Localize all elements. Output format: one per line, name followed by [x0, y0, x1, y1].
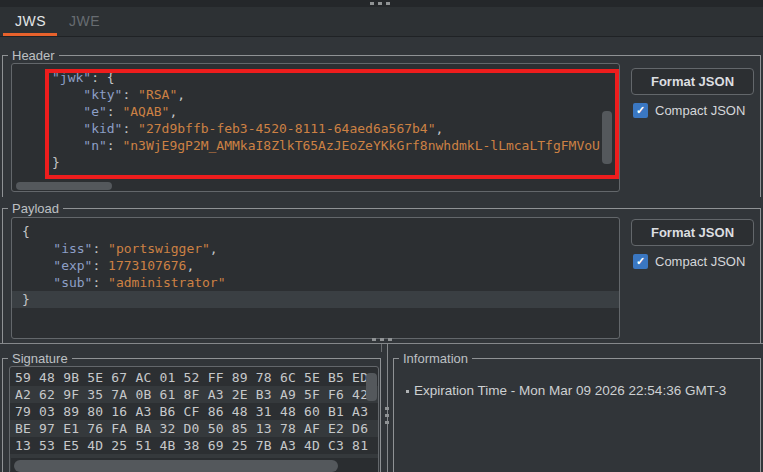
signature-group: Signature 59 48 9B 5E 67 AC 01 52 FF 89 … [2, 358, 381, 472]
checkbox-check-icon[interactable] [633, 103, 648, 118]
payload-json-code[interactable]: { "iss": "portswigger", "exp": 177310767… [12, 218, 619, 308]
payload-group: Payload { "iss": "portswigger", "exp": 1… [2, 208, 761, 343]
signature-vertical-scrollbar-thumb[interactable] [366, 373, 377, 401]
vertical-splitter-handle-icon[interactable] [385, 407, 389, 424]
signature-horizontal-scrollbar-thumb[interactable] [14, 460, 338, 472]
horizontal-splitter-handle-icon[interactable] [372, 338, 392, 341]
signature-group-label: Signature [8, 351, 72, 366]
header-vertical-scrollbar-thumb[interactable] [602, 111, 612, 164]
format-json-button-header[interactable]: Format JSON [631, 68, 754, 95]
compact-json-label: Compact JSON [655, 254, 745, 269]
signature-hex-editor[interactable]: 59 48 9B 5E 67 AC 01 52 FF 89 78 6C 5E B… [9, 366, 379, 472]
tab-jwe[interactable]: JWE [69, 13, 100, 29]
header-editor[interactable]: "jwk": { "kty": "RSA", "e": "AQAB", "kid… [11, 63, 620, 192]
bullet-icon [406, 390, 409, 393]
tab-bar: JWS JWE [0, 7, 763, 37]
payload-editor[interactable]: { "iss": "portswigger", "exp": 177310767… [11, 217, 620, 339]
splitter-tick [381, 344, 382, 352]
expiration-time-info: Expiration Time - Mon Mar 09 2026 22:54:… [414, 383, 726, 398]
active-tab-underline [3, 33, 57, 36]
signature-hex-rows[interactable]: 59 48 9B 5E 67 AC 01 52 FF 89 78 6C 5E B… [10, 367, 378, 471]
tab-jws[interactable]: JWS [15, 13, 46, 29]
header-json-code[interactable]: "jwk": { "kty": "RSA", "e": "AQAB", "kid… [12, 64, 619, 171]
header-group: Header "jwk": { "kty": "RSA", "e": "AQAB… [2, 55, 761, 197]
compact-json-checkbox-header[interactable]: Compact JSON [633, 103, 745, 118]
information-group-label: Information [399, 351, 472, 366]
compact-json-label: Compact JSON [655, 103, 745, 118]
checkbox-check-icon[interactable] [633, 254, 648, 269]
compact-json-checkbox-payload[interactable]: Compact JSON [633, 254, 745, 269]
format-json-button-payload[interactable]: Format JSON [631, 219, 754, 246]
top-splitter-handle-icon[interactable] [370, 2, 390, 5]
header-horizontal-scrollbar-thumb[interactable] [16, 182, 112, 190]
payload-group-label: Payload [8, 201, 63, 216]
top-strip [0, 0, 763, 7]
information-group: Information Expiration Time - Mon Mar 09… [393, 358, 761, 472]
header-group-label: Header [8, 48, 59, 63]
